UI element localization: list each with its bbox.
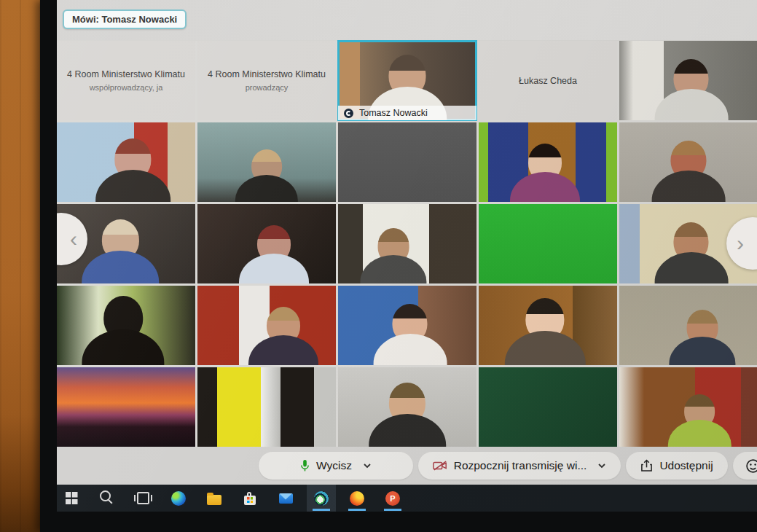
meeting-controls: WyciszRozpocznij transmisję wi...Udostęp… [57, 447, 757, 485]
person-silhouette [510, 144, 580, 202]
person-silhouette [654, 222, 728, 283]
tile-room-host[interactable]: 4 Room Ministerstwo Klimatuprowadzący [197, 41, 336, 120]
tile-camera-dark-r5c4[interactable] [479, 367, 617, 447]
tile-participant-r2c4[interactable] [479, 122, 617, 202]
search-icon [100, 490, 111, 501]
mute-label: Wycisz [316, 459, 352, 472]
tile-participant-r1c5[interactable] [619, 41, 757, 120]
person-silhouette [654, 59, 728, 120]
person-silhouette [82, 219, 160, 283]
tile-window-view-r5c2[interactable] [197, 367, 336, 447]
mute-button[interactable]: Wycisz [259, 452, 413, 480]
person-silhouette [652, 141, 726, 202]
tile-participant-r4c5[interactable] [619, 286, 757, 365]
taskbar-meeting-app-icon[interactable] [307, 485, 336, 512]
tile-participant-r5c5[interactable] [619, 367, 757, 447]
mic-icon [300, 459, 310, 472]
meeting-app-icon [314, 491, 329, 506]
person-silhouette [235, 149, 298, 202]
participants-grid: 4 Room Ministerstwo Klimatuwspółprowadzą… [57, 41, 757, 447]
taskbar-mail-icon[interactable] [271, 485, 300, 512]
chevron-down-icon[interactable] [363, 463, 372, 469]
person-silhouette [669, 310, 735, 365]
share-icon [640, 459, 653, 472]
participant-name-card: 4 Room Ministerstwo Klimatuprowadzący [197, 41, 336, 120]
taskbar-firefox-icon[interactable] [342, 485, 372, 512]
chevron-left-icon: ‹ [70, 227, 77, 251]
tile-participant-r3c3[interactable] [338, 204, 476, 283]
participant-name: 4 Room Ministerstwo Klimatu [67, 69, 185, 79]
participant-name: 4 Room Ministerstwo Klimatu [208, 69, 326, 79]
share-button[interactable]: Udostępnij [626, 452, 728, 480]
person-silhouette [360, 228, 426, 283]
taskbar-edge-icon[interactable] [164, 485, 193, 512]
person-silhouette [668, 394, 731, 447]
tile-participant-r3c2[interactable] [197, 204, 336, 283]
chevron-down-icon[interactable] [597, 463, 606, 469]
person-silhouette [373, 304, 447, 365]
tile-participant-r2c5[interactable] [619, 122, 757, 202]
reactions-button[interactable] [733, 452, 757, 480]
taskbar-powerpoint-icon[interactable]: P [378, 485, 407, 512]
meeting-header: Mówi: Tomasz Nowacki [57, 0, 757, 40]
tile-room-cohost[interactable]: 4 Room Ministerstwo Klimatuwspółprowadzą… [57, 41, 195, 120]
audio-indicator-icon [344, 109, 353, 118]
person-silhouette [239, 225, 309, 283]
person-silhouette [248, 307, 318, 365]
wood-background: Mówi: Tomasz Nowacki 4 Room Ministerstwo… [0, 0, 757, 532]
tile-participant-r4c3[interactable] [338, 286, 476, 365]
tile-participant-headphones-r4c4[interactable] [479, 286, 617, 365]
person-silhouette [369, 383, 446, 447]
tile-participant-r2c1[interactable] [57, 122, 195, 202]
tile-sunset-view-r5c1[interactable] [57, 367, 195, 447]
mail-icon [279, 493, 293, 504]
taskbar-start-icon[interactable] [57, 485, 86, 512]
chevron-right-icon: › [737, 231, 744, 256]
edge-icon [171, 491, 186, 506]
tile-participant-r4c2[interactable] [197, 286, 336, 365]
active-speaker-name: Tomasz Nowacki [359, 108, 428, 118]
speaking-banner: Mówi: Tomasz Nowacki [63, 9, 187, 29]
participant-role: prowadzący [246, 83, 289, 92]
taskbar-search-icon[interactable] [93, 485, 122, 512]
camera-off-icon [433, 460, 447, 472]
smiley-icon [745, 458, 757, 474]
firefox-icon [350, 491, 364, 506]
taskbar-task-view-icon[interactable] [128, 485, 157, 512]
participant-name-card: 4 Room Ministerstwo Klimatuwspółprowadzą… [57, 41, 195, 120]
powerpoint-icon: P [385, 491, 400, 506]
windows-taskbar: P [57, 485, 757, 512]
start-video-button[interactable]: Rozpocznij transmisję wi... [418, 452, 621, 480]
taskbar-store-icon[interactable] [235, 485, 264, 512]
person-silhouette [82, 296, 165, 365]
tile-participant-r5c3[interactable] [338, 367, 476, 447]
tile-green-screen-r3c4[interactable] [479, 204, 617, 283]
store-icon [244, 496, 256, 505]
participant-name-card: Łukasz Cheda [479, 41, 617, 120]
person-silhouette [505, 298, 585, 365]
tile-tomasz-nowacki[interactable]: Tomasz Nowacki [338, 41, 476, 120]
tile-silhouette-r4c1[interactable] [57, 286, 195, 365]
task-view-icon [137, 492, 149, 504]
share-label: Udostępnij [659, 459, 713, 472]
taskbar-file-explorer-icon[interactable] [200, 485, 229, 512]
active-speaker-label: Tomasz Nowacki [338, 106, 476, 120]
participant-role: współprowadzący, ja [90, 83, 163, 92]
start-video-label: Rozpocznij transmisję wi... [454, 459, 587, 472]
person-silhouette [95, 138, 171, 202]
meeting-window: Mówi: Tomasz Nowacki 4 Room Ministerstwo… [57, 0, 757, 512]
tile-participant-r2c2[interactable] [197, 122, 336, 202]
file-explorer-icon [207, 495, 221, 505]
monitor-bezel: Mówi: Tomasz Nowacki 4 Room Ministerstwo… [40, 0, 757, 532]
tile-lukasz-cheda[interactable]: Łukasz Cheda [479, 41, 617, 120]
tile-camera-off-r2c3[interactable] [338, 122, 476, 202]
start-icon [66, 492, 78, 504]
participant-name: Łukasz Cheda [519, 76, 577, 86]
